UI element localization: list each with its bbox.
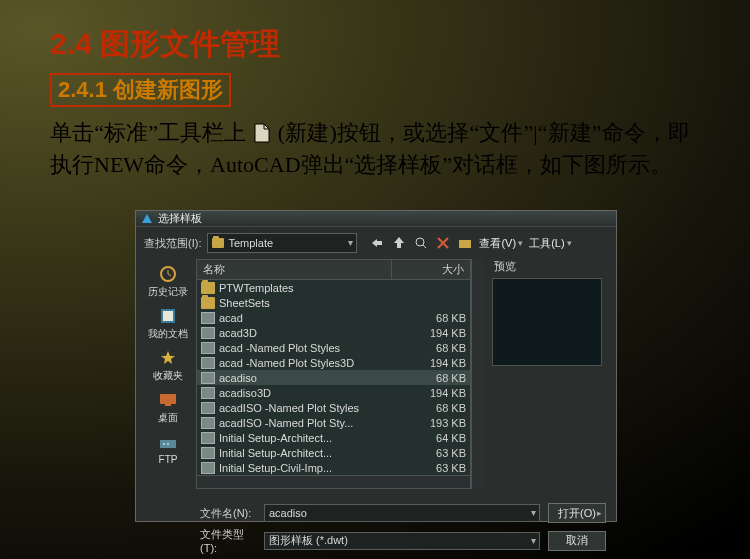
up-icon[interactable] [391,235,407,251]
file-size: 68 KB [406,342,466,354]
file-icon [201,327,215,339]
file-size: 68 KB [406,372,466,384]
look-in-value: Template [228,237,273,249]
column-name[interactable]: 名称 [197,260,392,279]
file-name: PTWTemplates [219,282,406,294]
folder-icon [201,297,215,309]
place-label: 收藏夹 [153,369,183,383]
chevron-down-icon: ▾ [567,238,572,248]
svg-rect-4 [163,311,173,321]
file-icon [201,372,215,384]
para-text-1: 单击“标准”工具栏上 [50,120,247,145]
file-icon [201,432,215,444]
new-file-icon [252,122,272,144]
file-icon [201,447,215,459]
history-icon [156,264,180,284]
file-row[interactable]: acadiso68 KB [197,370,470,385]
ftp-icon [156,433,180,453]
filename-field[interactable]: acadiso ▾ [264,504,540,522]
svg-point-9 [167,443,169,445]
new-folder-icon[interactable] [457,235,473,251]
search-icon[interactable] [413,235,429,251]
preview-box [492,278,602,366]
place-fav[interactable]: 收藏夹 [146,345,190,385]
app-icon [142,214,152,223]
file-size: 193 KB [406,417,466,429]
file-row[interactable]: Initial Setup-Architect...64 KB [197,430,470,445]
desktop-icon [156,390,180,410]
filename-value: acadiso [269,507,307,519]
chevron-down-icon: ▾ [518,238,523,248]
place-label: 历史记录 [148,285,188,299]
file-name: acad [219,312,406,324]
place-history[interactable]: 历史记录 [146,261,190,301]
column-size[interactable]: 大小 [392,260,470,279]
file-row[interactable]: Initial Setup-Civil-Imp...63 KB [197,460,470,475]
file-icon [201,312,215,324]
place-docs[interactable]: 我的文档 [146,303,190,343]
chevron-down-icon: ▾ [348,237,353,248]
file-size: 68 KB [406,402,466,414]
file-list-pane: 名称 大小 PTWTemplatesSheetSetsacad68 KBacad… [196,259,471,489]
filetype-value: 图形样板 (*.dwt) [269,533,348,548]
filename-label: 文件名(N): [200,506,256,521]
back-icon[interactable] [369,235,385,251]
file-list[interactable]: PTWTemplatesSheetSetsacad68 KBacad3D194 … [197,280,470,475]
scrollbar-vertical[interactable] [471,259,484,489]
file-name: acad -Named Plot Styles3D [219,357,406,369]
file-icon [201,357,215,369]
dialog-title: 选择样板 [158,211,610,226]
place-label: 桌面 [158,411,178,425]
file-row[interactable]: acadISO -Named Plot Styles68 KB [197,400,470,415]
file-row[interactable]: acad3D194 KB [197,325,470,340]
file-size: 63 KB [406,462,466,474]
look-in-combo[interactable]: Template ▾ [207,233,357,253]
file-row[interactable]: acadiso3D194 KB [197,385,470,400]
places-bar: 历史记录我的文档收藏夹桌面FTP [144,259,192,489]
tools-menu[interactable]: 工具(L)▾ [529,236,571,251]
svg-point-8 [163,443,165,445]
folder-icon [201,282,215,294]
file-size: 194 KB [406,387,466,399]
file-icon [201,402,215,414]
file-size: 63 KB [406,447,466,459]
delete-icon[interactable] [435,235,451,251]
cancel-button[interactable]: 取消 [548,531,606,551]
file-size: 194 KB [406,357,466,369]
select-template-dialog: 选择样板 查找范围(I): Template ▾ 查看(V)▾ 工具(L)▾ 历… [135,210,617,522]
body-paragraph: 单击“标准”工具栏上 (新建)按钮，或选择“文件”|“新建”命令，即执行NEW命… [50,117,690,181]
fav-icon [156,348,180,368]
svg-rect-5 [160,394,176,404]
file-row[interactable]: acad -Named Plot Styles3D194 KB [197,355,470,370]
file-name: acadiso3D [219,387,406,399]
svg-rect-6 [165,404,171,406]
file-row[interactable]: PTWTemplates [197,280,470,295]
file-name: acad3D [219,327,406,339]
file-icon [201,417,215,429]
preview-label: 预览 [494,259,608,274]
file-icon [201,462,215,474]
filetype-label: 文件类型(T): [200,527,256,554]
file-icon [201,387,215,399]
heading-subsection: 2.4.1 创建新图形 [58,77,223,102]
file-row[interactable]: SheetSets [197,295,470,310]
place-label: 我的文档 [148,327,188,341]
chevron-down-icon: ▾ [531,535,536,546]
place-label: FTP [159,454,178,465]
file-name: acadiso [219,372,406,384]
place-desktop[interactable]: 桌面 [146,387,190,427]
filetype-field[interactable]: 图形样板 (*.dwt) ▾ [264,532,540,550]
open-button[interactable]: 打开(O)▸ [548,503,606,523]
dialog-titlebar[interactable]: 选择样板 [136,211,616,227]
place-ftp[interactable]: FTP [146,429,190,469]
file-size: 194 KB [406,327,466,339]
svg-rect-1 [459,240,471,248]
scrollbar-horizontal[interactable] [197,475,470,488]
file-name: acadISO -Named Plot Sty... [219,417,406,429]
file-row[interactable]: acadISO -Named Plot Sty...193 KB [197,415,470,430]
file-row[interactable]: acad -Named Plot Styles68 KB [197,340,470,355]
file-row[interactable]: Initial Setup-Architect...63 KB [197,445,470,460]
file-row[interactable]: acad68 KB [197,310,470,325]
view-menu[interactable]: 查看(V)▾ [479,236,523,251]
file-list-header: 名称 大小 [197,260,470,280]
